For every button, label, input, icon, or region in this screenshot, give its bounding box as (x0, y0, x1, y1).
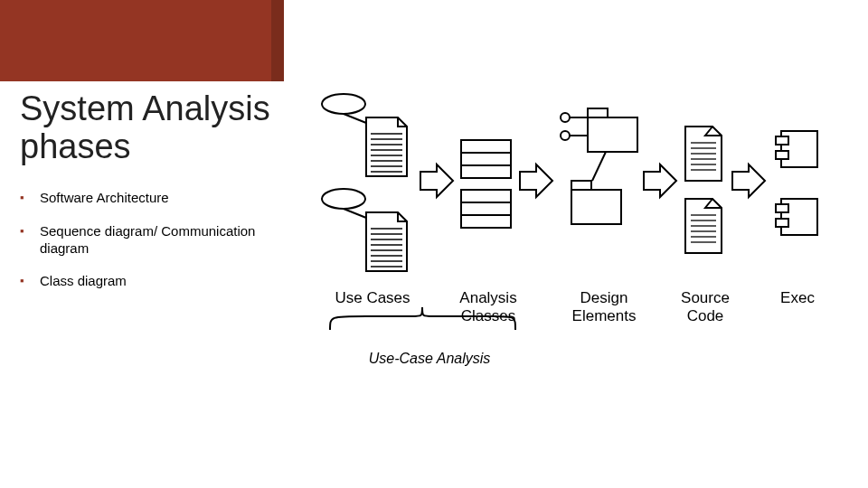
brace-label: Use-Case Analysis (357, 351, 502, 367)
title-line-1: System Analysis (20, 89, 270, 127)
label-analysis-classes: Analysis Classes (443, 289, 533, 325)
label-source-code: Source Code (660, 289, 750, 325)
svg-point-0 (322, 94, 365, 114)
list-item: Software Architecture (20, 190, 273, 207)
svg-point-28 (561, 131, 570, 140)
svg-rect-49 (776, 151, 788, 159)
svg-rect-32 (571, 181, 591, 190)
label-exec: Exec (752, 289, 843, 307)
svg-point-10 (322, 189, 365, 209)
list-item: Class diagram (20, 273, 273, 290)
arrow-icon (520, 164, 552, 197)
svg-point-26 (561, 113, 570, 122)
arrow-icon (644, 164, 676, 197)
arrow-icon (420, 164, 453, 197)
svg-rect-23 (461, 190, 511, 228)
svg-rect-52 (776, 219, 788, 227)
label-design-elements: Design Elements (559, 289, 649, 325)
svg-rect-51 (776, 204, 788, 212)
bullet-list: Software Architecture Sequence diagram/ … (20, 190, 273, 306)
svg-rect-31 (588, 117, 637, 152)
label-use-cases: Use Cases (327, 289, 418, 307)
process-diagram: Use Cases Analysis Classes Design Elemen… (307, 90, 850, 389)
diagram-svg (307, 90, 850, 389)
svg-rect-30 (588, 108, 608, 117)
svg-rect-20 (461, 140, 511, 178)
title-line-2: phases (20, 127, 131, 165)
svg-line-34 (592, 152, 606, 181)
arrow-icon (732, 164, 765, 197)
page-title: System Analysis phases (20, 90, 270, 166)
list-item: Sequence diagram/ Communication diagram (20, 223, 273, 258)
accent-band (0, 0, 271, 81)
svg-rect-33 (571, 190, 621, 224)
svg-rect-48 (776, 136, 788, 145)
